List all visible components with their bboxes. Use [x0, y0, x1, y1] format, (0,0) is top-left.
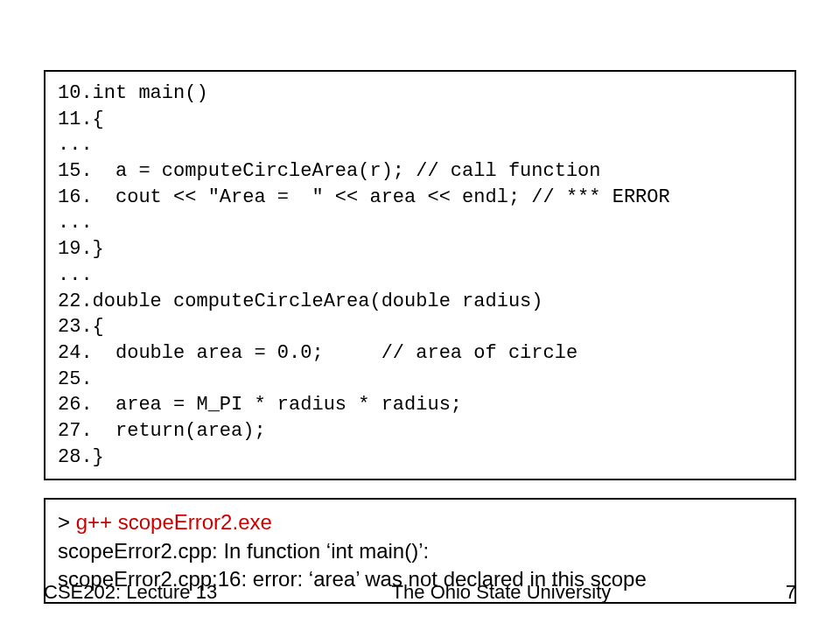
code-block: 10.int main() 11.{ ... 15. a = computeCi… [44, 70, 796, 480]
code-line: 26. area = M_PI * radius * radius; [58, 392, 782, 418]
code-line: ... [58, 210, 782, 236]
footer-center: The Ohio State University [392, 581, 612, 604]
code-line: 28.} [58, 444, 782, 471]
footer-left: CSE202: Lecture 13 [44, 581, 217, 604]
code-line: ... [58, 262, 782, 289]
code-line: 22.double computeCircleArea(double radiu… [58, 289, 782, 315]
code-line: 11.{ [58, 107, 782, 133]
console-prompt: > [58, 510, 76, 534]
slide-footer: CSE202: Lecture 13 The Ohio State Univer… [44, 581, 796, 604]
footer-right: 7 [786, 581, 796, 604]
code-line: 25. [58, 367, 782, 393]
console-command: g++ scopeError2.exe [76, 510, 272, 534]
code-line: 19.} [58, 236, 782, 262]
console-command-line: > g++ scopeError2.exe [58, 508, 782, 536]
code-line: 23.{ [58, 314, 782, 340]
console-output-line: scopeError2.cpp: In function ‘int main()… [58, 537, 782, 565]
code-line: 27. return(area); [58, 418, 782, 444]
code-line: ... [58, 132, 782, 158]
code-line: 16. cout << "Area = " << area << endl; /… [58, 185, 782, 211]
code-line: 15. a = computeCircleArea(r); // call fu… [58, 158, 782, 185]
code-line: 10.int main() [58, 80, 782, 107]
code-line: 24. double area = 0.0; // area of circle [58, 340, 782, 367]
